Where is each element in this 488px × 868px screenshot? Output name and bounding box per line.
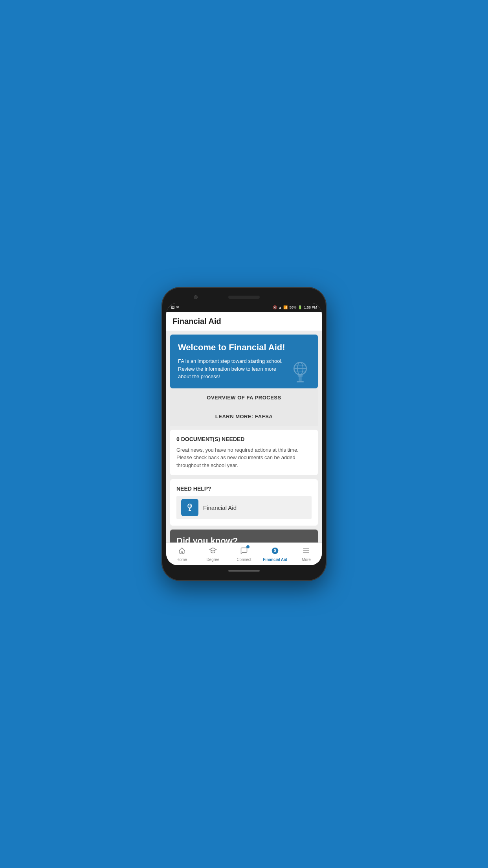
more-label: More — [302, 557, 311, 562]
help-globe-icon — [185, 503, 194, 512]
welcome-card: Welcome to Financial Aid! FA is an impor… — [170, 335, 318, 426]
documents-card: 0 DOCUMENT(S) NEEDED Great news, you hav… — [170, 430, 318, 476]
camera — [194, 295, 198, 299]
phone-frame: 🖼 ✉ 🔇 ▲ 📶 56% 🔋 1:58 PM Financial Aid We… — [161, 287, 327, 581]
decorative-globe-icon — [286, 359, 314, 386]
nav-item-degree[interactable]: Degree — [197, 543, 228, 565]
welcome-banner: Welcome to Financial Aid! FA is an impor… — [170, 335, 318, 388]
svg-rect-19 — [189, 510, 191, 511]
battery-text: 56% — [289, 305, 296, 309]
nav-item-home[interactable]: Home — [166, 543, 197, 565]
status-bar: 🖼 ✉ 🔇 ▲ 📶 56% 🔋 1:58 PM — [166, 303, 322, 312]
home-indicator — [228, 570, 260, 572]
overview-fa-button[interactable]: OVERVIEW OF FA PROCESS — [170, 388, 318, 407]
financial-aid-icon: $ — [271, 547, 279, 557]
did-you-know-title: Did you know? — [176, 536, 312, 542]
degree-label: Degree — [206, 557, 219, 562]
degree-icon — [209, 547, 217, 557]
welcome-title: Welcome to Financial Aid! — [178, 342, 310, 353]
help-item-label: Financial Aid — [203, 504, 237, 511]
nav-item-connect[interactable]: Connect — [228, 543, 259, 565]
phone-screen: 🖼 ✉ 🔇 ▲ 📶 56% 🔋 1:58 PM Financial Aid We… — [166, 303, 322, 565]
speaker — [228, 296, 260, 299]
documents-body: Great news, you have no required actions… — [176, 446, 312, 469]
phone-bottom — [166, 565, 322, 576]
email-status-icon: ✉ — [176, 305, 179, 309]
welcome-actions: OVERVIEW OF FA PROCESS LEARN MORE: FAFSA — [170, 388, 318, 426]
help-icon-box — [181, 499, 198, 516]
help-card: NEED HELP? Fi — [170, 479, 318, 526]
battery-icon: 🔋 — [298, 305, 302, 309]
financial-aid-help-item[interactable]: Financial Aid — [176, 496, 312, 519]
time-display: 1:58 PM — [304, 305, 317, 309]
connect-label: Connect — [237, 557, 251, 562]
bottom-nav: Home Degree Connect — [166, 542, 322, 565]
learn-more-fafsa-button[interactable]: LEARN MORE: FAFSA — [170, 407, 318, 426]
did-you-know-card: Did you know? — [170, 530, 318, 542]
home-label: Home — [176, 557, 187, 562]
phone-notch — [166, 292, 322, 303]
svg-rect-17 — [189, 508, 191, 509]
documents-title: 0 DOCUMENT(S) NEEDED — [176, 436, 312, 442]
financial-aid-label: Financial Aid — [263, 557, 287, 562]
nav-item-financial-aid[interactable]: $ Financial Aid — [260, 543, 291, 565]
wifi-icon: ▲ — [279, 305, 282, 309]
status-left-icons: 🖼 ✉ — [171, 305, 179, 309]
page-title: Financial Aid — [172, 317, 221, 326]
more-icon — [302, 547, 310, 557]
mute-icon: 🔇 — [273, 305, 277, 309]
help-title: NEED HELP? — [176, 485, 312, 492]
status-right-info: 🔇 ▲ 📶 56% 🔋 1:58 PM — [273, 305, 317, 309]
signal-icon: 📶 — [283, 305, 288, 309]
svg-rect-11 — [297, 381, 304, 383]
nav-item-more[interactable]: More — [291, 543, 322, 565]
connect-badge — [246, 545, 250, 548]
svg-rect-5 — [298, 375, 303, 377]
app-header: Financial Aid — [166, 312, 322, 331]
main-content: Welcome to Financial Aid! FA is an impor… — [166, 331, 322, 542]
svg-text:$: $ — [274, 548, 276, 553]
image-status-icon: 🖼 — [171, 305, 174, 309]
home-icon — [178, 547, 186, 557]
svg-rect-18 — [189, 509, 190, 510]
